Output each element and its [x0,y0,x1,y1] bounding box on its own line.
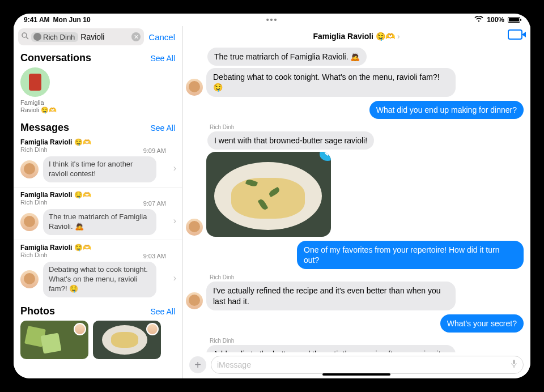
svg-rect-2 [513,360,515,364]
person-icon [33,33,41,41]
message-out: What's your secret? [186,314,524,333]
bubble[interactable]: I went with that browned-butter sage rav… [207,131,374,150]
message-in: The true matriarch of Famiglia Ravioli. … [186,48,524,66]
avatar [146,323,159,335]
result-title: Famiglia Ravioli 🤤🫶 [20,138,176,146]
svg-point-0 [22,33,27,37]
bubble[interactable]: What's your secret? [440,314,524,333]
battery-pct: 100% [487,16,504,24]
bubble[interactable]: Add garlic to the butter, and then stir … [206,345,456,352]
chevron-right-icon: › [173,273,176,283]
result-preview: Debating what to cook tonight. What's on… [43,262,156,297]
message-in: I've actually refined the recipe and it'… [186,282,524,310]
result-time: 9:07 AM [143,200,166,207]
search-result[interactable]: Famiglia Ravioli 🤤🫶 Rich Dinh 9:07 AM Th… [14,187,182,240]
group-avatar [20,67,50,97]
input-placeholder: iMessage [217,360,251,369]
conversation-tile[interactable]: Famiglia Ravioli 🤤🫶 [14,65,70,118]
section-title: Conversations [20,52,91,64]
svg-line-1 [26,37,28,39]
battery-icon [508,17,520,23]
search-term: Ravioli [80,32,104,41]
section-title: Messages [20,122,69,134]
search-input[interactable]: Rich Dinh Ravioli ✕ [18,28,144,45]
bubble[interactable]: I've actually refined the recipe and it'… [206,282,456,310]
messages-app: Rich Dinh Ravioli ✕ Cancel Conversations… [14,26,530,378]
sender-label: Rich Dinh [210,338,524,344]
message-in: I went with that browned-butter sage rav… [186,131,524,150]
search-result[interactable]: Famiglia Ravioli 🤤🫶 Rich Dinh 9:03 AM De… [14,240,182,302]
avatar [186,292,203,309]
plus-button[interactable]: + [189,356,206,373]
bubble[interactable]: What did you end up making for dinner? [369,101,524,119]
chat-title: Famiglia Ravioli 🤤🫶 [313,32,394,41]
result-preview: I think it's time for another ravioli co… [43,156,156,182]
photo-thumb[interactable] [20,321,88,359]
bubble[interactable]: The true matriarch of Famiglia Ravioli. … [207,48,367,66]
facetime-icon[interactable] [508,29,522,40]
multitask-dots-icon[interactable]: ••• [266,15,278,24]
message-input[interactable]: iMessage [211,356,524,374]
see-all-photos[interactable]: See All [150,307,175,316]
heart-reaction-icon[interactable]: ❤ [320,152,331,161]
search-result[interactable]: Famiglia Ravioli 🤤🫶 Rich Dinh 9:09 AM I … [14,135,182,187]
section-title: Photos [20,305,55,317]
token-label: Rich Dinh [43,33,75,41]
home-indicator[interactable] [322,373,390,376]
chat-body[interactable]: The true matriarch of Famiglia Ravioli. … [182,46,530,352]
ipad-frame: 9:41 AM Mon Jun 10 ••• 100% [0,0,544,392]
search-icon [22,32,29,41]
search-token[interactable]: Rich Dinh [31,32,78,42]
status-bar: 9:41 AM Mon Jun 10 ••• 100% [14,14,530,26]
chevron-right-icon: › [173,216,176,226]
see-all-messages[interactable]: See All [150,123,175,133]
screen: 9:41 AM Mon Jun 10 ••• 100% [14,14,530,378]
message-image: ❤ [186,152,524,237]
chat-pane: Famiglia Ravioli 🤤🫶 › The true matriarch… [182,26,530,378]
chevron-right-icon: › [397,32,400,41]
conversation-label-2: Ravioli 🤤🫶 [20,106,57,114]
result-title: Famiglia Ravioli 🤤🫶 [20,191,176,199]
search-row: Rich Dinh Ravioli ✕ Cancel [14,26,182,49]
bubble[interactable]: One of my favorites from your repertoire… [297,241,524,269]
sidebar: Rich Dinh Ravioli ✕ Cancel Conversations… [14,26,182,378]
cancel-button[interactable]: Cancel [148,32,177,42]
result-title: Famiglia Ravioli 🤤🫶 [20,244,176,252]
message-out: What did you end up making for dinner? [186,101,524,119]
wifi-icon [474,16,483,24]
image-attachment[interactable]: ❤ [206,152,331,237]
photos-row [14,318,182,361]
result-preview: The true matriarch of Famiglia Ravioli. … [43,209,156,235]
avatar [20,160,39,178]
section-messages: Messages See All [14,118,182,135]
avatar [20,213,39,231]
sender-label: Rich Dinh [210,274,524,280]
avatar [20,270,39,288]
sender-label: Rich Dinh [210,124,524,130]
dictate-icon[interactable] [511,359,517,370]
clear-icon[interactable]: ✕ [131,32,141,41]
conversation-label-1: Famiglia [20,99,44,106]
result-time: 9:03 AM [143,253,166,259]
chat-header[interactable]: Famiglia Ravioli 🤤🫶 › [182,26,530,46]
photo-thumb[interactable] [93,321,161,359]
avatar [186,79,203,96]
chevron-right-icon: › [173,163,176,173]
section-photos: Photos See All [14,302,182,318]
avatar [186,219,203,236]
result-time: 9:09 AM [143,147,166,154]
see-all-conversations[interactable]: See All [150,54,175,63]
section-conversations: Conversations See All [14,49,182,65]
message-out: One of my favorites from your repertoire… [186,241,524,269]
message-in: Add garlic to the butter, and then stir … [186,345,524,352]
status-date: Mon Jun 10 [53,16,91,24]
message-in: Debating what to cook tonight. What's on… [186,68,524,96]
bubble[interactable]: Debating what to cook tonight. What's on… [206,68,456,96]
avatar [74,323,86,335]
status-time: 9:41 AM [24,16,50,24]
